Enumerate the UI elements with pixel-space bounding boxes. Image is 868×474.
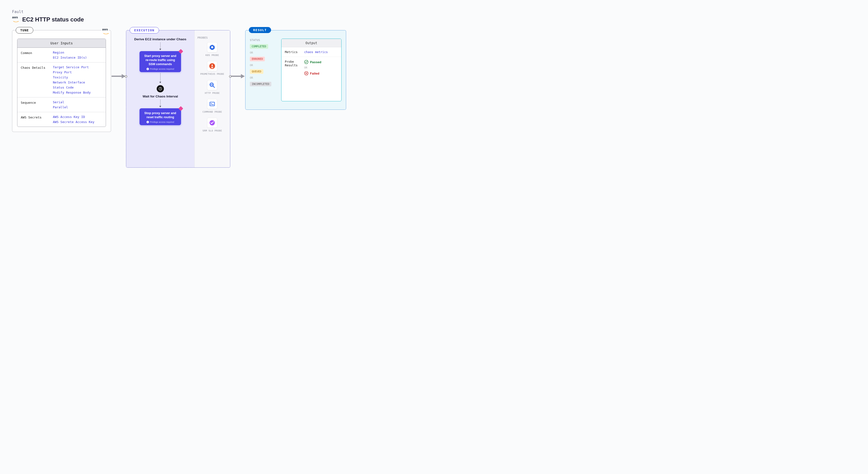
corner-badge-icon: [178, 106, 183, 111]
aws-icon: aws: [101, 28, 109, 35]
passed-text: Passed: [310, 60, 321, 64]
probe-srm-slo: SRM SLO PROBE: [203, 118, 222, 132]
prometheus-icon: [207, 61, 217, 71]
input-value: Parallel: [53, 105, 102, 109]
status-completed: COMPLETED: [250, 44, 268, 49]
srm-icon: [207, 118, 217, 128]
svg-marker-13: [241, 74, 245, 78]
input-section-sequence: Sequence Serial Parallel: [18, 97, 106, 112]
status-queued: QUEUED: [250, 69, 264, 74]
connector-dot: [125, 75, 127, 78]
probe-command: COMMAND PROBE: [203, 99, 222, 113]
step-wait-interval: Wait for Chaos Interval: [141, 94, 180, 99]
output-row-metrics: Metrics chaos metrics: [281, 47, 341, 57]
svg-rect-10: [210, 102, 215, 106]
input-value: Proxy Port: [53, 70, 102, 74]
input-value: Modify Response Body: [53, 91, 102, 94]
probe-label: PROMETHEUS PROBE: [200, 73, 224, 75]
lock-dot-icon: ●: [147, 68, 149, 70]
privilege-note: ● Privilege access required: [147, 68, 174, 70]
probe-results-label: Probe Results: [285, 60, 302, 75]
input-value: EC2 Instance ID(s): [53, 56, 102, 59]
aws-icon: aws: [12, 15, 20, 24]
probe-k8s: K8S PROBE: [206, 42, 219, 57]
input-value: Network Interface: [53, 80, 102, 84]
start-proxy-card: Start proxy server and re-route traffic …: [140, 51, 181, 72]
result-panel: RESULT STATUS COMPLETED OR ERRORED OR QU…: [245, 30, 346, 110]
svg-line-9: [213, 86, 215, 88]
input-section-common: Common Region EC2 Instance ID(s): [18, 48, 106, 63]
fault-label: Fault: [12, 10, 365, 14]
or-text: OR: [250, 64, 276, 67]
section-name: Common: [21, 50, 51, 59]
clock-icon: [157, 85, 164, 92]
status-column: STATUS COMPLETED OR ERRORED OR QUEUED OR…: [250, 39, 276, 101]
page-title: EC2 HTTP status code: [22, 16, 84, 23]
check-circle-icon: [304, 60, 308, 64]
http-icon: [207, 80, 217, 90]
metrics-value: chaos metrics: [304, 50, 328, 54]
or-text: OR: [250, 76, 276, 79]
down-arrow-icon: [159, 73, 161, 83]
result-badge: RESULT: [249, 27, 271, 33]
user-inputs-header: User Inputs: [18, 39, 106, 48]
probe-result-passed: Passed: [304, 60, 321, 64]
probe-label: K8S PROBE: [206, 54, 219, 57]
metrics-label: Metrics: [285, 50, 302, 54]
probes-header: PROBES: [197, 36, 208, 39]
input-value: AWS Access Key ID: [53, 115, 102, 119]
k8s-icon: [207, 42, 217, 52]
probe-label: SRM SLO PROBE: [203, 129, 222, 132]
probe-label: HTTP PROBE: [205, 92, 220, 95]
input-value: AWS Secrete Access Key: [53, 120, 102, 124]
title-row: aws EC2 HTTP status code: [12, 15, 365, 24]
execution-panel: EXECUTION Derive EC2 instance under Chao…: [126, 30, 230, 168]
probe-label: COMMAND PROBE: [203, 110, 222, 113]
section-name: Chaos Details: [21, 65, 51, 94]
section-name: Sequence: [21, 100, 51, 109]
failed-text: Failed: [310, 72, 319, 75]
status-errored: ERRORED: [250, 57, 265, 61]
input-value: Target Service Port: [53, 65, 102, 69]
tune-panel: TUNE aws User Inputs Common Region EC2 I…: [12, 30, 111, 132]
diagram-row: TUNE aws User Inputs Common Region EC2 I…: [12, 30, 365, 168]
status-header: STATUS: [250, 39, 276, 42]
privilege-note: ● Privilege access required: [147, 121, 174, 123]
input-section-aws-secrets: AWS Secrets AWS Access Key ID AWS Secret…: [18, 112, 106, 127]
output-box: Output Metrics chaos metrics Probe Resul…: [281, 39, 342, 101]
section-name: AWS Secrets: [21, 115, 51, 124]
execution-flow: Derive EC2 instance under Chaos Start pr…: [126, 30, 194, 167]
execution-badge: EXECUTION: [130, 27, 159, 34]
output-row-probe-results: Probe Results Passed OR Failed: [281, 57, 341, 78]
input-value: Status Code: [53, 86, 102, 89]
output-header: Output: [281, 39, 341, 47]
user-inputs-box: User Inputs Common Region EC2 Instance I…: [17, 39, 106, 127]
stop-proxy-card: Stop proxy server and reset traffic rout…: [140, 108, 181, 125]
command-icon: [207, 99, 217, 109]
input-value: Serial: [53, 100, 102, 104]
probe-prometheus: PROMETHEUS PROBE: [200, 61, 224, 75]
x-circle-icon: [304, 71, 308, 75]
privilege-text: Privilege access required: [150, 121, 174, 123]
input-value: Toxicity: [53, 75, 102, 79]
arrow-connector: [111, 74, 126, 79]
step-derive-ec2: Derive EC2 instance under Chaos: [132, 37, 188, 41]
down-arrow-icon: [159, 100, 161, 107]
input-value: Region: [53, 50, 102, 54]
or-text: OR: [304, 66, 321, 69]
probe-http: HTTP PROBE: [205, 80, 220, 95]
card-title: Stop proxy server and reset traffic rout…: [142, 111, 179, 120]
down-arrow-icon: [159, 42, 161, 50]
corner-badge-icon: [178, 49, 183, 54]
probes-column: PROBES K8S PROBE PROMETHEUS PROBE: [194, 30, 230, 167]
or-text: OR: [250, 51, 276, 54]
svg-point-4: [211, 46, 213, 48]
privilege-text: Privilege access required: [150, 68, 174, 70]
tune-badge: TUNE: [16, 27, 33, 34]
input-section-chaos-details: Chaos Details Target Service Port Proxy …: [18, 63, 106, 97]
status-incompleted: INCOMPLETED: [250, 82, 271, 87]
lock-dot-icon: ●: [147, 121, 149, 123]
arrow-connector: [230, 74, 245, 79]
card-title: Start proxy server and re-route traffic …: [142, 54, 179, 66]
probe-result-failed: Failed: [304, 71, 321, 75]
